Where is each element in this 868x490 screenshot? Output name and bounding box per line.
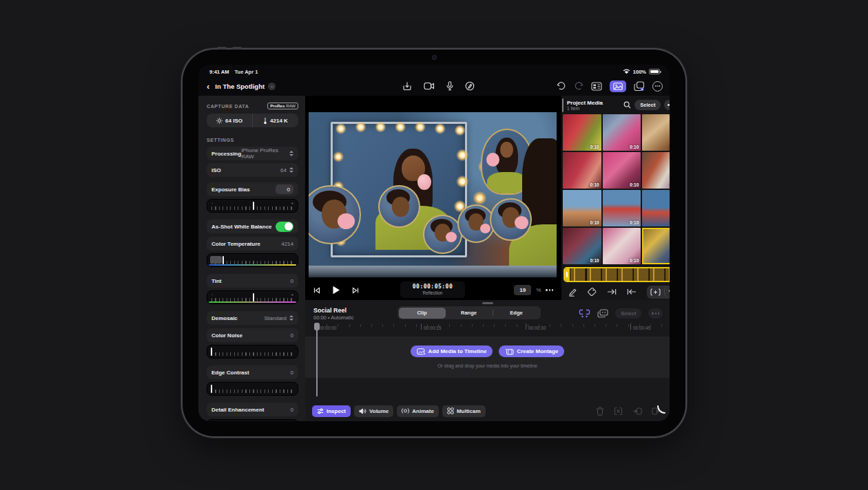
pencil-tools-icon[interactable] [465,81,475,91]
mode-range[interactable]: Range [446,308,493,319]
processing-row[interactable]: Processing iPhone ProRes RAW [207,147,298,160]
detail-enhancement-value[interactable]: 0 [291,407,293,413]
back-chevron-icon[interactable]: ‹ [207,82,209,91]
search-icon[interactable] [623,101,631,109]
detail-enhancement-slider[interactable] [207,419,298,421]
tint-row: Tint 0 [207,274,298,288]
split-clip-icon[interactable] [614,407,623,416]
page-background: 9:41 AM Tue Apr 1 100% ‹ In The Spotligh… [0,0,868,490]
wifi-icon [623,69,630,74]
snapping-icon[interactable] [579,309,590,318]
media-thumbnail[interactable]: 0:10 [642,152,670,189]
play-icon[interactable] [332,286,340,295]
media-more-button[interactable] [664,100,670,110]
add-options-chevron-icon[interactable] [664,286,670,297]
edge-contrast-value[interactable]: 0 [291,370,293,376]
media-thumbnail[interactable]: 0:10 [563,152,601,189]
media-thumbnail[interactable]: 0:10 [603,152,641,189]
color-noise-value[interactable]: 0 [291,332,293,339]
exposure-bias-slider[interactable]: - + [207,199,298,213]
timeline-track-area[interactable]: Add Media to Timeline Create Montage Or … [305,334,670,402]
timeline-title: Social Reel [313,307,354,314]
mic-icon[interactable] [446,81,453,91]
content-library-icon[interactable] [634,81,645,92]
clip-appearance-icon[interactable] [597,309,608,318]
scroll-indicator [562,98,564,112]
white-balance-toggle[interactable] [276,222,293,232]
mode-edge[interactable]: Edge [493,308,540,319]
overwrite-left-icon[interactable] [632,407,642,415]
edge-contrast-slider[interactable] [207,382,298,396]
multicam-button[interactable]: Multicam [442,405,486,417]
resize-corner-handle[interactable] [657,405,666,414]
tint-value[interactable]: 0 [291,278,293,284]
clip-filmstrip[interactable] [564,267,670,282]
import-icon[interactable] [402,81,412,91]
timeline-panel: Social Reel 00:00 • Automatic Clip Range… [305,300,670,421]
tint-slider[interactable]: - + [207,290,298,304]
animate-button[interactable]: Animate [397,405,439,417]
rename-pencil-icon[interactable] [568,288,577,297]
create-montage-button[interactable]: Create Montage [499,345,564,357]
prepend-clip-icon[interactable] [627,288,637,295]
timeline-ruler[interactable]: 00:00:00 00:00:15 00:00:30 00:00:45 [305,323,670,334]
white-balance-row: As-Shot White Balance [207,220,298,233]
more-options-icon[interactable] [652,81,663,92]
color-noise-row: Color Noise 0 [207,328,298,342]
next-frame-icon[interactable] [352,287,359,294]
round-mirror [423,215,463,255]
undo-icon[interactable] [557,82,566,90]
speaker-icon [359,408,366,414]
top-toolbar: ‹ In The Spotlight ⌄ [198,76,670,96]
media-thumbnail[interactable]: 0:10 [563,114,601,151]
media-thumbnail[interactable]: 0:10 [642,114,670,151]
playhead[interactable] [316,323,318,396]
media-thumbnail[interactable]: 0:10 [603,190,641,226]
clock: 9:41 AM [209,69,229,75]
video-preview[interactable] [309,112,557,277]
volume-button[interactable]: Volume [354,405,393,417]
media-thumbnail[interactable]: 0:10 [563,190,601,226]
title-menu-chevron-icon[interactable]: ⌄ [268,83,276,90]
media-thumbnail[interactable]: 0:10 [603,114,641,151]
tag-icon[interactable] [588,288,597,296]
exposure-bias-value[interactable]: 0 [276,184,293,194]
color-temperature-slider[interactable] [207,253,298,267]
media-thumbnail[interactable]: 0:10 [603,228,641,264]
thermometer-icon [263,117,267,125]
media-thumbnail-selected[interactable]: 0:12 [642,228,670,264]
playhead-handle[interactable] [314,323,320,330]
insert-to-timeline-icon[interactable] [647,286,664,297]
inspect-button[interactable]: Inspect [312,405,351,417]
zoom-unit: % [536,287,541,293]
redo-icon[interactable] [574,82,583,90]
timeline-select-button[interactable]: Select [615,308,641,319]
viewer-more-icon[interactable] [546,289,553,290]
trim-handle-left[interactable] [565,268,570,281]
append-clip-icon[interactable] [607,288,617,295]
media-select-button[interactable]: Select [634,100,661,110]
capture-data-heading: CAPTURE DATA [207,104,249,109]
project-title[interactable]: In The Spotlight [215,83,265,90]
color-noise-slider[interactable] [207,345,298,359]
stepper-icon [289,151,293,156]
delete-icon[interactable] [596,407,604,416]
previous-frame-icon[interactable] [313,287,320,294]
add-media-to-timeline-button[interactable]: Add Media to Timeline [411,345,493,357]
sun-icon [216,118,223,124]
media-thumbnail[interactable]: 0:10 [563,228,601,264]
drop-hint-text: Or drag and drop your media into your ti… [305,363,670,368]
timeline-drop-zone[interactable] [305,337,670,378]
media-library-icon[interactable] [610,81,626,92]
demosaic-row[interactable]: Demosaic Standard [207,311,298,325]
edge-contrast-row: Edge Contrast 0 [207,365,298,379]
iso-row[interactable]: ISO 64 [207,163,298,177]
browser-layout-icon[interactable] [591,82,602,91]
timecode-display[interactable]: 00:00:05:00 Reflection [400,281,465,298]
timeline-more-button[interactable] [648,308,663,319]
zoom-level-field[interactable]: 19 [514,285,531,295]
camera-icon[interactable] [424,82,435,90]
media-thumbnail[interactable]: 0:10 [642,190,670,226]
mode-clip[interactable]: Clip [399,308,446,319]
color-temperature-value[interactable]: 4214 [281,241,293,247]
